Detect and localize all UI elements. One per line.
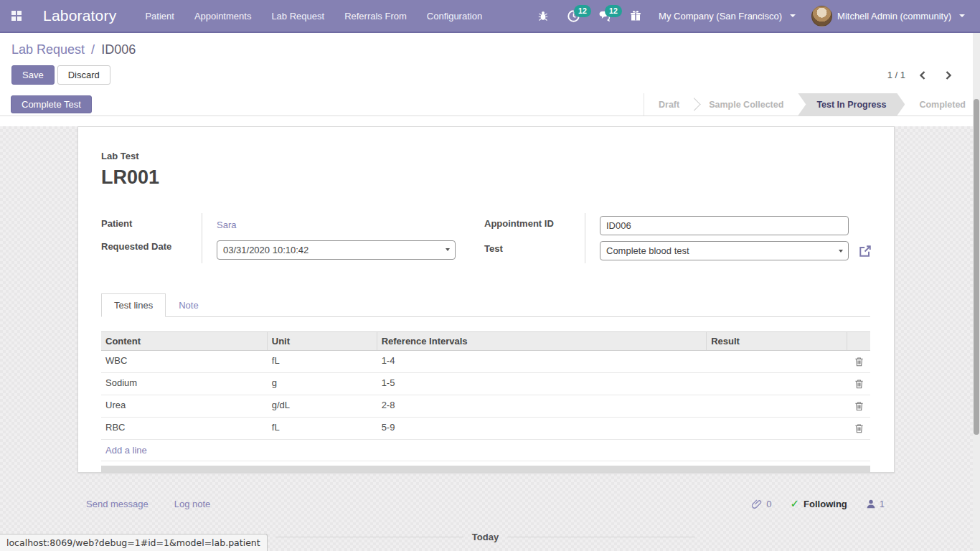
step-sample-collected[interactable]: Sample Collected bbox=[694, 93, 798, 116]
chevron-left-icon bbox=[918, 70, 927, 80]
cell-unit[interactable]: fL bbox=[268, 418, 377, 439]
gift-button[interactable] bbox=[621, 0, 651, 32]
company-switcher[interactable]: My Company (San Francisco) bbox=[651, 0, 804, 32]
delete-row-button[interactable] bbox=[853, 355, 865, 368]
cell-reference[interactable]: 2-8 bbox=[377, 395, 707, 417]
vertical-scrollbar[interactable] bbox=[973, 33, 980, 551]
cell-unit[interactable]: fL bbox=[268, 351, 377, 372]
control-panel-row: Save Discard 1 / 1 bbox=[11, 65, 969, 85]
table-row[interactable]: Sodium g 1-5 bbox=[101, 373, 870, 395]
scrollbar-thumb[interactable] bbox=[974, 99, 979, 435]
cell-unit[interactable]: g bbox=[268, 373, 377, 395]
tab-note[interactable]: Note bbox=[166, 293, 211, 317]
external-link-icon bbox=[858, 244, 872, 258]
test-external-link-button[interactable] bbox=[858, 244, 872, 258]
navbar-right: 12 12 My Company (San Francisco) bbox=[528, 0, 980, 32]
pager: 1 / 1 bbox=[887, 70, 969, 80]
sheet-label: Lab Test bbox=[101, 151, 870, 161]
appointment-id-value-cell bbox=[585, 213, 872, 238]
user-menu[interactable]: Mitchell Admin (community) bbox=[804, 0, 973, 32]
cell-result[interactable] bbox=[707, 351, 847, 372]
attachments-count: 0 bbox=[766, 499, 771, 509]
browser-status-url: localhost:8069/web?debug=1#id=1&model=la… bbox=[0, 534, 268, 551]
log-note-button[interactable]: Log note bbox=[174, 499, 211, 509]
form-group-left: Patient Sara Requested Date bbox=[101, 213, 456, 263]
column-header-content[interactable]: Content bbox=[101, 332, 268, 350]
breadcrumb: Lab Request / ID006 bbox=[11, 41, 969, 58]
menu-item-patient[interactable]: Patient bbox=[135, 0, 184, 32]
caret-down-icon bbox=[959, 14, 965, 17]
debug-bug-icon[interactable] bbox=[528, 0, 558, 32]
step-completed[interactable]: Completed bbox=[905, 93, 980, 116]
cell-unit[interactable]: g/dL bbox=[268, 395, 377, 417]
trash-icon bbox=[854, 401, 864, 411]
user-avatar bbox=[811, 6, 832, 27]
pager-next-button[interactable] bbox=[944, 70, 953, 80]
user-name: Mitchell Admin (community) bbox=[837, 11, 951, 22]
trash-icon bbox=[854, 357, 864, 367]
messages-count-badge: 12 bbox=[605, 5, 622, 17]
table-horizontal-scrollbar[interactable] bbox=[101, 466, 870, 472]
delete-row-button[interactable] bbox=[853, 400, 865, 413]
cell-result[interactable] bbox=[707, 373, 847, 395]
divider-line bbox=[275, 537, 463, 537]
column-header-result[interactable]: Result bbox=[707, 332, 847, 350]
discard-button[interactable]: Discard bbox=[57, 65, 110, 85]
send-message-button[interactable]: Send message bbox=[86, 499, 149, 509]
column-header-unit[interactable]: Unit bbox=[268, 332, 377, 350]
menu-item-configuration[interactable]: Configuration bbox=[417, 0, 492, 32]
table-row[interactable]: Urea g/dL 2-8 bbox=[101, 395, 870, 418]
appointment-id-input[interactable] bbox=[600, 216, 849, 235]
pager-previous-button[interactable] bbox=[918, 70, 927, 80]
cell-reference[interactable]: 5-9 bbox=[377, 418, 707, 439]
cell-delete bbox=[847, 418, 870, 439]
cell-reference[interactable]: 1-5 bbox=[377, 373, 707, 395]
delete-row-button[interactable] bbox=[853, 377, 865, 390]
menu-item-lab-request[interactable]: Lab Request bbox=[261, 0, 334, 32]
pager-nav bbox=[918, 70, 953, 80]
test-select[interactable] bbox=[600, 241, 849, 260]
patient-link[interactable]: Sara bbox=[217, 220, 236, 230]
apps-menu-button[interactable] bbox=[0, 0, 33, 32]
complete-test-button[interactable]: Complete Test bbox=[11, 95, 92, 113]
cell-result[interactable] bbox=[707, 418, 847, 439]
cell-delete bbox=[847, 373, 870, 395]
table-row[interactable]: WBC fL 1-4 bbox=[101, 351, 870, 373]
notebook-tabs: Test lines Note bbox=[101, 293, 870, 317]
cell-reference[interactable]: 1-4 bbox=[377, 351, 707, 372]
check-icon: ✓ bbox=[791, 497, 800, 510]
step-test-in-progress[interactable]: Test In Progress bbox=[798, 93, 905, 116]
add-a-line-link[interactable]: Add a line bbox=[105, 445, 147, 456]
requested-date-input[interactable] bbox=[217, 240, 456, 260]
cell-result[interactable] bbox=[707, 395, 847, 417]
person-icon bbox=[866, 499, 876, 509]
activities-button[interactable]: 12 bbox=[558, 0, 589, 32]
cell-content[interactable]: RBC bbox=[101, 418, 268, 439]
step-draft[interactable]: Draft bbox=[644, 93, 694, 116]
menu-item-referrals-from[interactable]: Referrals From bbox=[334, 0, 417, 32]
today-label: Today bbox=[472, 532, 499, 542]
tab-test-lines[interactable]: Test lines bbox=[101, 293, 166, 317]
gift-icon bbox=[630, 10, 641, 22]
menu-item-appointments[interactable]: Appointments bbox=[184, 0, 262, 32]
cell-content[interactable]: WBC bbox=[101, 351, 268, 372]
cell-content[interactable]: Urea bbox=[101, 395, 268, 417]
table-header-row: Content Unit Reference Intervals Result bbox=[101, 331, 870, 351]
cell-content[interactable]: Sodium bbox=[101, 373, 268, 395]
breadcrumb-parent-link[interactable]: Lab Request bbox=[11, 42, 85, 57]
cell-delete bbox=[847, 351, 870, 372]
column-header-reference-intervals[interactable]: Reference Intervals bbox=[377, 332, 707, 350]
followers-count: 1 bbox=[880, 499, 885, 509]
messages-button[interactable]: 12 bbox=[589, 0, 621, 32]
form-group-right: Appointment ID Test bbox=[484, 213, 872, 263]
pager-value: 1 / 1 bbox=[887, 70, 905, 80]
delete-row-button[interactable] bbox=[853, 422, 865, 435]
save-button[interactable]: Save bbox=[11, 65, 55, 85]
app-title: Laboratory bbox=[33, 7, 135, 24]
statusbar-steps: Draft Sample Collected Test In Progress … bbox=[644, 93, 980, 116]
attachments-button[interactable]: 0 bbox=[752, 499, 771, 509]
following-button[interactable]: ✓ Following bbox=[791, 497, 847, 510]
table-row[interactable]: RBC fL 5-9 bbox=[101, 418, 870, 440]
add-line-row: Add a line bbox=[101, 440, 870, 461]
followers-button[interactable]: 1 bbox=[866, 499, 885, 509]
